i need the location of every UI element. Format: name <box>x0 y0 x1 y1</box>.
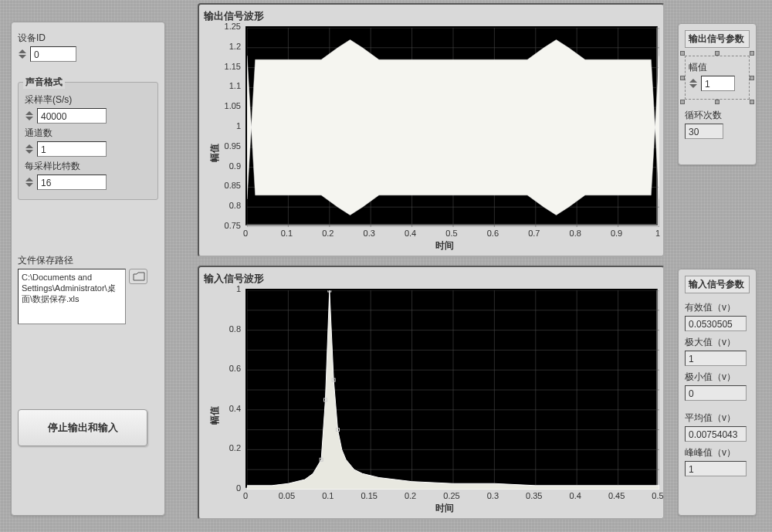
bits-value[interactable]: 16 <box>37 175 107 190</box>
spinner-icon[interactable] <box>689 76 699 91</box>
browse-button[interactable] <box>129 269 147 284</box>
sound-format-group: 声音格式 采样率(S/s) 40000 通道数 1 每采样比特数 16 <box>18 82 158 200</box>
amplitude-label: 幅值 <box>689 61 746 74</box>
x-tick: 0.1 <box>319 491 337 500</box>
pp-label: 峰峰值（v） <box>685 446 750 459</box>
loops-readout: 30 <box>685 124 723 139</box>
x-tick: 0.45 <box>608 491 626 500</box>
output-chart-ylabel: 幅值 <box>208 144 222 162</box>
x-tick: 0.9 <box>608 229 626 238</box>
amplitude-group: 幅值 1 <box>685 56 750 100</box>
y-tick: 1.1 <box>218 81 241 90</box>
spinner-icon[interactable] <box>25 175 36 190</box>
y-tick: 1.2 <box>218 42 241 51</box>
y-tick: 1 <box>218 284 241 293</box>
output-chart-area[interactable] <box>245 26 658 225</box>
sample-rate-input[interactable]: 40000 <box>25 108 151 124</box>
spinner-icon[interactable] <box>25 141 36 157</box>
x-tick: 0.5 <box>648 491 667 500</box>
y-tick: 0.8 <box>218 201 241 210</box>
x-tick: 0.2 <box>401 491 420 500</box>
sound-format-title: 声音格式 <box>23 76 65 89</box>
x-tick: 0.4 <box>401 229 420 238</box>
y-tick: 0.6 <box>218 364 241 373</box>
sample-rate-value[interactable]: 40000 <box>37 108 107 124</box>
x-tick: 0.2 <box>319 229 337 238</box>
spinner-icon[interactable] <box>25 108 36 124</box>
output-chart-panel: 输出信号波形 0.750.80.850.90.9511.051.11.151.2… <box>198 3 665 257</box>
x-tick: 0.05 <box>277 491 296 500</box>
avg-label: 平均值（v） <box>685 412 750 425</box>
rms-readout: 0.0530505 <box>685 316 747 331</box>
output-params-title: 输出信号参数 <box>685 30 750 48</box>
input-chart-panel: 输入信号波形 00.20.40.60.81 幅值 00.050.10.150.2… <box>198 266 665 520</box>
channels-input[interactable]: 1 <box>25 141 151 157</box>
x-tick: 0.35 <box>525 491 543 500</box>
y-tick: 0.2 <box>218 443 241 452</box>
input-chart-area[interactable] <box>245 289 658 488</box>
input-chart-xlabel: 时间 <box>435 502 454 515</box>
output-params-panel: 输出信号参数 幅值 1 循环次数 30 <box>678 23 757 165</box>
max-label: 极大值（v） <box>685 336 750 349</box>
x-tick: 0.1 <box>277 229 296 238</box>
folder-icon <box>133 272 145 281</box>
channels-value[interactable]: 1 <box>37 141 107 157</box>
y-tick: 0.9 <box>218 161 241 171</box>
pp-readout: 1 <box>685 461 747 476</box>
stop-io-button-label: 停止输出和输入 <box>48 421 118 435</box>
x-tick: 0.6 <box>483 229 502 238</box>
x-tick: 0 <box>236 229 255 238</box>
x-tick: 0.25 <box>442 491 461 500</box>
device-id-label: 设备ID <box>18 32 158 45</box>
x-tick: 0.15 <box>360 491 378 500</box>
min-readout: 0 <box>685 385 747 401</box>
device-id-value[interactable]: 0 <box>30 46 76 62</box>
loops-label: 循环次数 <box>685 109 750 122</box>
x-tick: 1 <box>648 229 667 238</box>
x-tick: 0.3 <box>483 491 502 500</box>
x-tick: 0 <box>236 491 255 500</box>
output-chart-title: 输出信号波形 <box>204 9 659 23</box>
avg-readout: 0.00754043 <box>685 426 747 442</box>
rms-label: 有效值（v） <box>685 301 750 314</box>
amplitude-input[interactable]: 1 <box>689 76 746 91</box>
stop-io-button[interactable]: 停止输出和输入 <box>18 409 147 446</box>
bits-input[interactable]: 16 <box>25 175 151 190</box>
min-label: 极小值（v） <box>685 371 750 384</box>
sample-rate-label: 采样率(S/s) <box>25 93 151 107</box>
channels-label: 通道数 <box>25 127 151 140</box>
input-params-panel: 输入信号参数 有效值（v） 0.0530505 极大值（v） 1 极小值（v） … <box>678 269 757 516</box>
device-id-input[interactable]: 0 <box>18 46 158 62</box>
x-tick: 0.3 <box>360 229 378 238</box>
input-chart-title: 输入信号波形 <box>204 272 659 286</box>
save-path-section: 文件保存路径 C:\Documents and Settings\Adminis… <box>18 254 158 324</box>
x-tick: 0.4 <box>566 491 584 500</box>
y-tick: 1.25 <box>218 22 241 31</box>
x-tick: 0.8 <box>566 229 584 238</box>
left-panel: 设备ID 0 声音格式 采样率(S/s) 40000 通道数 1 每采样比特数 … <box>11 22 165 516</box>
save-path-input[interactable]: C:\Documents and Settings\Administrator\… <box>18 269 126 324</box>
save-path-label: 文件保存路径 <box>18 254 158 267</box>
amplitude-value[interactable]: 1 <box>701 76 735 91</box>
y-tick: 0.8 <box>218 324 241 334</box>
spinner-icon[interactable] <box>18 46 29 62</box>
input-chart-ylabel: 幅值 <box>208 406 222 425</box>
y-tick: 0.85 <box>218 181 241 190</box>
bits-label: 每采样比特数 <box>25 160 151 173</box>
output-chart-xlabel: 时间 <box>435 239 454 252</box>
y-tick: 1.05 <box>218 101 241 110</box>
x-tick: 0.5 <box>442 229 461 238</box>
y-tick: 1 <box>218 121 241 130</box>
input-params-title: 输入信号参数 <box>685 276 750 293</box>
y-tick: 1.15 <box>218 62 241 71</box>
x-tick: 0.7 <box>525 229 543 238</box>
max-readout: 1 <box>685 351 747 366</box>
